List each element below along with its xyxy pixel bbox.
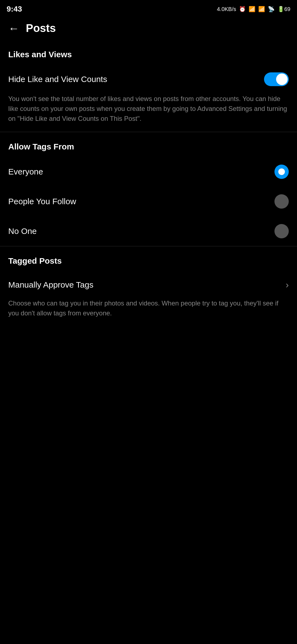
radio-inner-everyone bbox=[278, 168, 285, 175]
likes-views-description: You won't see the total number of likes … bbox=[0, 94, 297, 132]
chevron-right-icon: › bbox=[286, 279, 289, 290]
tags-everyone-item[interactable]: Everyone bbox=[0, 157, 297, 187]
speed-indicator: 4.0KB/s bbox=[217, 6, 236, 12]
tagged-posts-header: Tagged Posts bbox=[0, 246, 297, 271]
status-time: 9:43 bbox=[7, 5, 22, 13]
hide-like-counts-item[interactable]: Hide Like and View Counts bbox=[0, 65, 297, 94]
tags-people-follow-radio[interactable] bbox=[274, 194, 289, 209]
toggle-thumb bbox=[276, 73, 288, 85]
tags-everyone-label: Everyone bbox=[8, 167, 43, 176]
allow-tags-section: Allow Tags From Everyone People You Foll… bbox=[0, 132, 297, 246]
wifi-icon: 📡 bbox=[268, 6, 275, 12]
signal-icon: 📶 bbox=[249, 6, 255, 12]
status-bar: 9:43 4.0KB/s ⏰ 📶 📶 📡 🔋69 bbox=[0, 0, 297, 17]
tagged-posts-description: Choose who can tag you in their photos a… bbox=[0, 298, 297, 326]
tags-people-follow-item[interactable]: People You Follow bbox=[0, 187, 297, 216]
back-button[interactable]: ← bbox=[8, 23, 19, 34]
tags-everyone-radio[interactable] bbox=[274, 165, 289, 179]
page-title: Posts bbox=[26, 22, 56, 34]
top-nav: ← Posts bbox=[0, 17, 297, 40]
hide-like-counts-toggle[interactable] bbox=[264, 72, 289, 86]
manually-approve-tags-label: Manually Approve Tags bbox=[8, 280, 94, 290]
likes-and-views-section: Likes and Views Hide Like and View Count… bbox=[0, 40, 297, 132]
tagged-posts-section: Tagged Posts Manually Approve Tags › Cho… bbox=[0, 246, 297, 326]
signal-icon-2: 📶 bbox=[258, 6, 265, 12]
tags-no-one-radio[interactable] bbox=[274, 224, 289, 238]
battery-icon: 🔋69 bbox=[277, 6, 290, 12]
tags-people-follow-label: People You Follow bbox=[8, 197, 76, 206]
manually-approve-tags-item[interactable]: Manually Approve Tags › bbox=[0, 271, 297, 298]
tags-no-one-item[interactable]: No One bbox=[0, 216, 297, 246]
toggle-track bbox=[264, 72, 289, 86]
status-icons: 4.0KB/s ⏰ 📶 📶 📡 🔋69 bbox=[217, 6, 290, 12]
hide-like-counts-label: Hide Like and View Counts bbox=[8, 75, 107, 84]
likes-views-header: Likes and Views bbox=[0, 40, 297, 65]
alarm-icon: ⏰ bbox=[239, 6, 246, 12]
tags-no-one-label: No One bbox=[8, 227, 37, 236]
allow-tags-header: Allow Tags From bbox=[0, 132, 297, 157]
